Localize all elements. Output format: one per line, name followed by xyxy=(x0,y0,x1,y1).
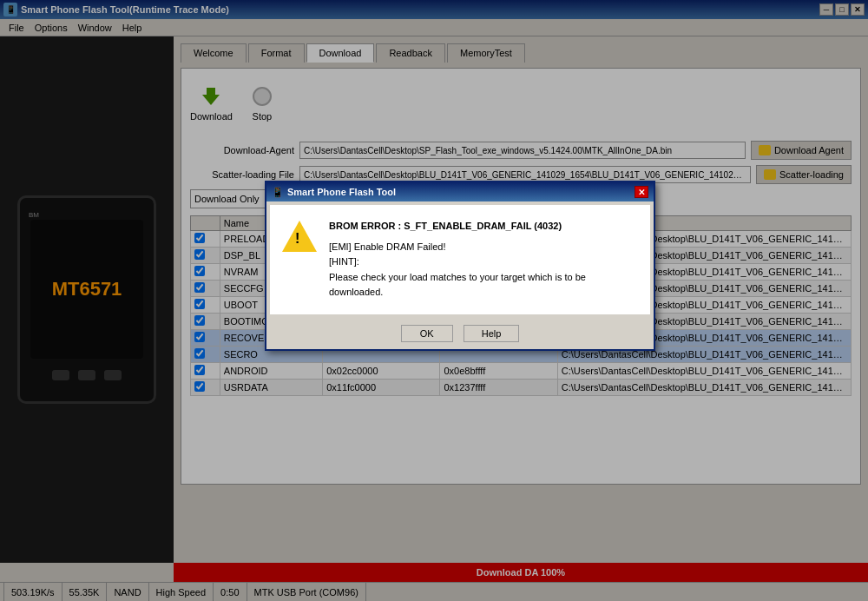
dialog-line2: [HINT]: xyxy=(329,254,638,270)
dialog-title: Smart Phone Flash Tool xyxy=(287,187,396,197)
dialog-overlay: 📱 Smart Phone Flash Tool ✕ BROM ERROR : … xyxy=(0,0,868,601)
dialog-app-icon: 📱 xyxy=(272,187,284,198)
dialog-line1: [EMI] Enable DRAM Failed! xyxy=(329,240,638,255)
dialog-ok-button[interactable]: OK xyxy=(401,325,453,342)
warning-icon xyxy=(282,219,317,254)
dialog-titlebar: 📱 Smart Phone Flash Tool ✕ xyxy=(266,182,654,201)
dialog-close-button[interactable]: ✕ xyxy=(635,186,648,198)
dialog-body: BROM ERROR : S_FT_ENABLE_DRAM_FAIL (4032… xyxy=(270,205,650,314)
warning-triangle xyxy=(282,221,317,252)
dialog-buttons: OK Help xyxy=(266,318,654,349)
dialog-line3: Please check your load matches to your t… xyxy=(329,270,638,300)
dialog-titlebar-left: 📱 Smart Phone Flash Tool xyxy=(272,187,396,198)
error-dialog: 📱 Smart Phone Flash Tool ✕ BROM ERROR : … xyxy=(265,181,655,351)
dialog-error-title: BROM ERROR : S_FT_ENABLE_DRAM_FAIL (4032… xyxy=(329,219,638,234)
dialog-text: BROM ERROR : S_FT_ENABLE_DRAM_FAIL (4032… xyxy=(329,219,638,300)
dialog-help-button[interactable]: Help xyxy=(464,325,520,342)
